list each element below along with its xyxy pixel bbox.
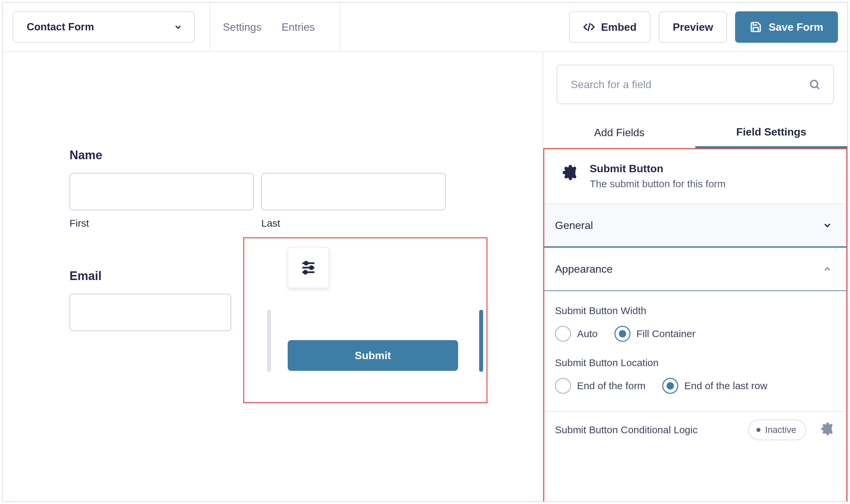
first-name-input[interactable]	[69, 173, 254, 210]
divider	[209, 2, 210, 52]
clogic-label: Submit Button Conditional Logic	[555, 424, 698, 436]
svg-point-4	[305, 262, 308, 265]
appearance-section: Submit Button Width Auto Fill Container …	[544, 291, 846, 412]
radio-icon	[662, 378, 678, 394]
preview-label: Preview	[673, 21, 713, 33]
field-settings-header: Submit Button The submit button for this…	[544, 149, 846, 204]
clogic-settings-button[interactable]	[821, 422, 834, 438]
location-label: Submit Button Location	[555, 357, 836, 368]
nav-settings[interactable]: Settings	[213, 2, 272, 52]
divider	[340, 2, 340, 52]
radio-label: End of the form	[577, 380, 645, 392]
search-input[interactable]: Search for a field	[557, 65, 834, 104]
resize-handle-left[interactable]	[267, 310, 271, 372]
sidebar: Search for a field Add Fields Field Sett…	[543, 52, 847, 501]
email-input[interactable]	[69, 294, 231, 331]
field-settings-panel: Submit Button The submit button for this…	[543, 148, 847, 501]
accordion-general-label: General	[555, 219, 593, 232]
topbar: Contact Form Settings Entries Embed Prev…	[3, 3, 847, 52]
last-name-sublabel: Last	[261, 218, 446, 229]
radio-icon	[614, 326, 630, 342]
conditional-logic-row: Submit Button Conditional Logic Inactive	[544, 412, 846, 448]
accordion-appearance-label: Appearance	[555, 263, 613, 275]
radio-icon	[555, 326, 571, 342]
last-name-input[interactable]	[261, 173, 446, 210]
chevron-down-icon	[173, 22, 183, 32]
chevron-up-icon	[822, 264, 832, 274]
tab-add-fields[interactable]: Add Fields	[543, 118, 695, 148]
save-icon	[750, 21, 762, 33]
first-name-sublabel: First	[69, 218, 254, 229]
svg-point-5	[310, 266, 313, 269]
svg-line-8	[817, 87, 819, 89]
radio-label: End of the last row	[684, 380, 767, 392]
clogic-state-text: Inactive	[765, 425, 796, 435]
submit-button[interactable]: Submit	[288, 340, 458, 371]
code-icon	[583, 21, 595, 33]
width-label: Submit Button Width	[555, 305, 836, 317]
search-placeholder: Search for a field	[571, 78, 652, 91]
embed-label: Embed	[601, 21, 637, 33]
submit-widget-selected[interactable]: Submit	[243, 237, 487, 403]
embed-button[interactable]: Embed	[569, 11, 651, 43]
gear-icon	[821, 422, 834, 436]
radio-loc-end-form[interactable]: End of the form	[555, 378, 645, 394]
save-form-button[interactable]: Save Form	[735, 11, 838, 43]
accordion-appearance[interactable]: Appearance	[544, 248, 846, 291]
svg-point-6	[304, 271, 307, 274]
preview-button[interactable]: Preview	[659, 11, 727, 43]
sidebar-tabs: Add Fields Field Settings	[543, 118, 847, 148]
svg-point-7	[811, 80, 818, 87]
radio-loc-end-row[interactable]: End of the last row	[662, 378, 767, 394]
nav: Settings Entries	[213, 2, 325, 52]
first-name-wrap: First	[69, 173, 254, 229]
fs-subtitle: The submit button for this form	[590, 178, 726, 190]
tab-field-settings[interactable]: Field Settings	[695, 118, 847, 148]
nav-entries[interactable]: Entries	[272, 2, 325, 52]
chevron-down-icon	[822, 220, 832, 230]
gear-icon	[562, 165, 578, 181]
radio-label: Fill Container	[637, 328, 696, 339]
radio-icon	[555, 378, 571, 394]
clogic-state-pill[interactable]: Inactive	[748, 419, 806, 440]
resize-handle-right[interactable]	[479, 310, 483, 372]
radio-label: Auto	[577, 328, 598, 339]
sliders-icon	[299, 259, 317, 277]
radio-width-auto[interactable]: Auto	[555, 326, 598, 342]
search-icon	[809, 78, 820, 90]
last-name-wrap: Last	[261, 173, 446, 229]
accordion-general[interactable]: General	[544, 204, 846, 248]
form-canvas[interactable]: Name First Last Email	[3, 52, 543, 501]
svg-line-0	[588, 23, 590, 31]
form-selector-label: Contact Form	[27, 21, 94, 33]
widget-settings-handle[interactable]	[288, 247, 329, 288]
fs-title: Submit Button	[590, 163, 726, 175]
form-selector-dropdown[interactable]: Contact Form	[13, 11, 195, 43]
save-label: Save Form	[768, 21, 823, 33]
radio-width-fill[interactable]: Fill Container	[614, 326, 696, 342]
name-field-label: Name	[69, 148, 446, 162]
status-dot-icon	[757, 428, 761, 432]
